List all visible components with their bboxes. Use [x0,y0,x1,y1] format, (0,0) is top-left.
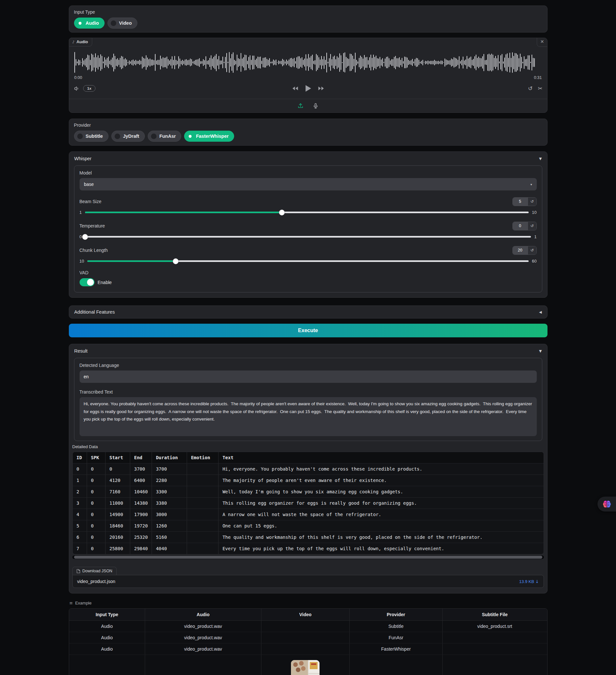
radio-fasterwhisper[interactable]: FasterWhisper [184,131,234,142]
table-cell[interactable]: 7 [73,543,87,554]
table-cell[interactable]: 0 [87,475,105,486]
table-cell[interactable]: One can put 15 eggs. [218,520,544,532]
table-cell[interactable] [187,486,218,498]
table-cell[interactable]: 3700 [130,463,152,475]
transcribed-text-area[interactable]: Hi, everyone. You probably haven't come … [80,397,537,436]
table-cell[interactable] [187,509,218,520]
download-file-link[interactable]: 13.9 KB ↓ [519,579,539,584]
table-cell[interactable]: 10460 [130,486,152,498]
table-cell[interactable]: 3000 [152,509,187,520]
additional-features-header[interactable]: Additional Features ◀ [69,306,547,318]
slider-track[interactable] [85,212,529,213]
volume-icon[interactable] [74,85,80,92]
table-cell[interactable]: 17900 [130,509,152,520]
table-cell[interactable]: 0 [87,520,105,532]
rewind-icon[interactable] [292,86,299,91]
slider-track[interactable] [85,236,531,238]
whisper-accordion-header[interactable]: Whisper ▼ [69,152,547,165]
table-cell[interactable]: 2280 [152,475,187,486]
table-cell[interactable]: 25800 [105,543,130,554]
radio-funasr[interactable]: FunAsr [148,131,181,142]
beam-size-input[interactable] [513,198,528,206]
radio-video[interactable]: Video [107,17,138,28]
table-cell[interactable]: 14380 [130,498,152,509]
play-icon[interactable] [304,84,312,92]
table-cell[interactable]: 2 [73,486,87,498]
model-dropdown[interactable]: base ▾ [80,178,537,191]
result-accordion-header[interactable]: Result ▼ [69,344,547,358]
table-cell[interactable]: Hi, everyone. You probably haven't come … [218,463,544,475]
video-thumbnail[interactable] [291,660,320,675]
table-cell[interactable]: 3 [73,498,87,509]
table-cell[interactable]: 0 [105,463,130,475]
radio-subtitle[interactable]: Subtitle [74,131,108,142]
table-cell[interactable]: 0 [87,486,105,498]
table-cell[interactable] [187,520,218,532]
slider-track[interactable] [87,260,529,262]
table-cell[interactable]: 4120 [105,475,130,486]
table-cell[interactable]: 4040 [152,543,187,554]
table-cell[interactable] [187,543,218,554]
table-cell[interactable]: 0 [73,463,87,475]
temperature-input[interactable] [513,222,528,230]
table-cell[interactable]: Every time you pick up the top of the eg… [218,543,544,554]
slider-handle[interactable] [279,210,285,216]
close-icon[interactable]: ✕ [537,38,547,47]
table-cell[interactable]: 11000 [105,498,130,509]
table-cell[interactable] [187,532,218,543]
table-cell[interactable] [187,475,218,486]
assistant-fab[interactable] [598,497,616,512]
table-cell[interactable]: 6 [73,532,87,543]
temperature-reset-icon[interactable]: ↺ [528,222,536,230]
table-cell[interactable]: 0 [87,463,105,475]
table-cell[interactable]: 1260 [152,520,187,532]
table-cell[interactable]: 19720 [130,520,152,532]
example-row[interactable]: Audiovideo_product.wavFasterWhisper [69,644,547,655]
upload-icon[interactable] [297,103,303,109]
beam-size-reset-icon[interactable]: ↺ [528,198,536,206]
table-cell[interactable]: 5160 [152,532,187,543]
microphone-icon[interactable] [313,103,319,109]
table-cell[interactable]: Well, today I'm going to show you six am… [218,486,544,498]
table-cell[interactable]: 3700 [152,463,187,475]
example-row[interactable]: Audiovideo_product.wavSubtitlevideo_prod… [69,621,547,632]
table-cell[interactable]: 6400 [130,475,152,486]
table-cell[interactable] [187,498,218,509]
playback-speed-button[interactable]: 1x [83,85,96,92]
vad-toggle[interactable] [80,278,94,286]
table-cell[interactable]: 14900 [105,509,130,520]
table-cell[interactable]: A narrow one will not waste the space of… [218,509,544,520]
table-cell[interactable]: 0 [87,498,105,509]
table-cell[interactable]: 18460 [105,520,130,532]
table-cell[interactable]: 5 [73,520,87,532]
slider-handle[interactable] [82,234,88,240]
table-cell[interactable]: 25320 [130,532,152,543]
table-cell[interactable]: This rolling egg organizer for eggs is r… [218,498,544,509]
table-cell[interactable]: The quality and workmanship of this shel… [218,532,544,543]
example-row[interactable]: VideoFasterWhisper [69,655,547,675]
table-cell[interactable]: 0 [87,509,105,520]
table-cell[interactable]: 20160 [105,532,130,543]
radio-audio[interactable]: Audio [74,17,104,28]
example-row[interactable]: Audiovideo_product.wavFunAsr [69,632,547,644]
radio-jydraft[interactable]: JyDraft [111,131,145,142]
table-cell[interactable]: 3380 [152,498,187,509]
detected-language-input[interactable] [80,371,537,383]
table-cell[interactable]: 0 [87,543,105,554]
chunk-length-reset-icon[interactable]: ↺ [528,246,536,254]
table-cell[interactable]: 4 [73,509,87,520]
scrollbar-thumb[interactable] [74,556,542,559]
table-cell[interactable]: The majority of people aren't even aware… [218,475,544,486]
table-cell[interactable]: 0 [87,532,105,543]
horizontal-scrollbar[interactable] [72,555,544,559]
download-json-button[interactable]: Download JSON [72,567,116,575]
table-cell[interactable]: 1 [73,475,87,486]
table-cell[interactable]: 3300 [152,486,187,498]
chunk-length-input[interactable] [513,246,528,254]
slider-handle[interactable] [173,258,179,264]
table-cell[interactable] [187,463,218,475]
fast-forward-icon[interactable] [318,86,324,91]
trim-audio-icon[interactable]: ✂ [538,85,542,92]
reset-audio-icon[interactable]: ↺ [528,85,533,92]
waveform[interactable] [74,50,542,74]
